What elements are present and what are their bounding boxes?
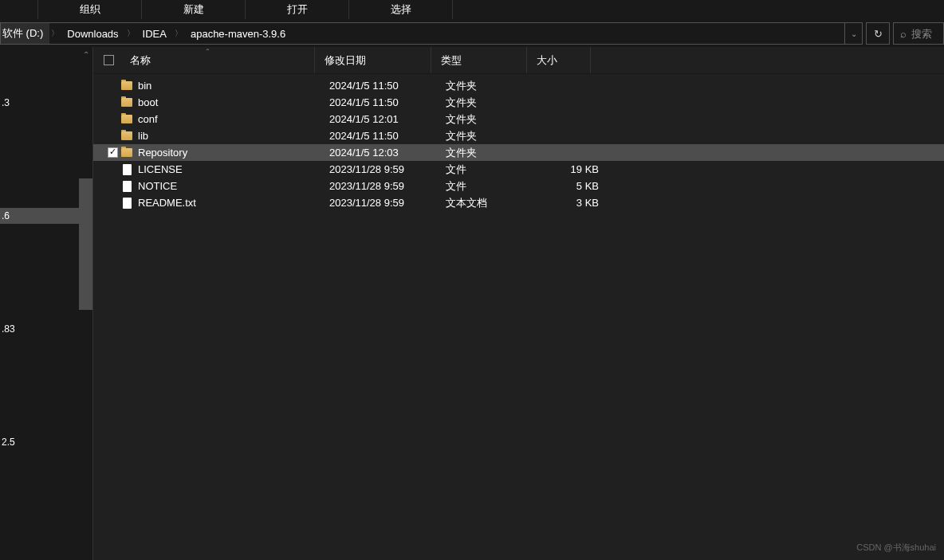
file-type: 文件夹: [446, 146, 541, 160]
sort-indicator-icon: ⌃: [205, 48, 210, 55]
file-type: 文件: [446, 179, 541, 194]
file-date: 2024/1/5 11:50: [329, 96, 446, 108]
checkbox-icon: [108, 147, 118, 158]
column-header-type[interactable]: 类型: [431, 47, 527, 73]
sidebar-item-0[interactable]: .3: [0, 95, 92, 111]
file-date: 2024/1/5 12:03: [329, 147, 446, 159]
breadcrumb-dropdown[interactable]: ⌄: [844, 23, 862, 44]
file-row[interactable]: LICENSE2023/11/28 9:59文件19 KB: [93, 161, 944, 178]
file-date: 2023/11/28 9:59: [329, 197, 446, 209]
file-size: 5 KB: [541, 180, 599, 192]
file-row[interactable]: boot2024/1/5 11:50文件夹: [93, 94, 944, 111]
addressbar: 软件 (D:) 〉 Downloads 〉 IDEA 〉 apache-mave…: [0, 20, 944, 47]
main-panel: ⌃ 名称 修改日期 类型 大小 bin2024/1/5 11:50文件夹boot…: [93, 47, 944, 560]
column-header-name[interactable]: 名称: [120, 47, 315, 73]
folder-icon: [120, 113, 133, 126]
file-date: 2023/11/28 9:59: [329, 163, 446, 175]
file-icon: [120, 197, 133, 210]
file-row[interactable]: README.txt2023/11/28 9:59文本文档3 KB: [93, 194, 944, 211]
search-icon: ⌕: [900, 28, 907, 40]
file-date: 2024/1/5 12:01: [329, 113, 446, 125]
folder-icon: [120, 130, 133, 143]
row-checkbox[interactable]: [108, 147, 120, 158]
file-name: NOTICE: [138, 180, 329, 192]
file-name: README.txt: [138, 197, 329, 209]
file-icon: [120, 163, 133, 176]
file-type: 文件夹: [446, 112, 541, 127]
file-row[interactable]: Repository2024/1/5 12:03文件夹: [93, 144, 944, 161]
file-row[interactable]: lib2024/1/5 11:50文件夹: [93, 127, 944, 144]
search-box[interactable]: ⌕: [893, 22, 944, 45]
chevron-right-icon: 〉: [173, 28, 184, 39]
toolbar-new[interactable]: 新建: [142, 0, 246, 19]
breadcrumb-idea[interactable]: IDEA: [136, 23, 173, 44]
folder-icon: [120, 80, 133, 92]
file-name: LICENSE: [138, 163, 329, 175]
file-name: Repository: [138, 147, 329, 159]
breadcrumb-maven[interactable]: apache-maven-3.9.6: [184, 23, 292, 44]
sidebar-scrollbar[interactable]: [79, 178, 92, 310]
sidebar-item-3[interactable]: 2.5: [0, 434, 92, 450]
file-type: 文本文档: [446, 196, 541, 210]
file-icon: [120, 180, 133, 193]
folder-icon: [120, 147, 133, 159]
toolbar-organize[interactable]: 组织: [38, 0, 142, 19]
toolbar-select[interactable]: 选择: [349, 0, 453, 19]
sidebar: ⌃ .3 .6 .83 2.5: [0, 47, 93, 560]
column-header-date[interactable]: 修改日期: [315, 47, 431, 73]
refresh-button[interactable]: ↻: [866, 22, 890, 45]
chevron-right-icon: 〉: [125, 28, 136, 39]
toolbar: 组织 新建 打开 选择: [0, 0, 944, 20]
content-area: ⌃ .3 .6 .83 2.5 ⌃ 名称 修改日期 类型 大小 bin2024/…: [0, 47, 944, 560]
file-size: 19 KB: [541, 163, 599, 175]
file-name: boot: [138, 96, 329, 108]
checkbox-icon: [104, 55, 114, 65]
file-type: 文件夹: [446, 79, 541, 93]
chevron-up-icon[interactable]: ⌃: [83, 50, 89, 59]
breadcrumb-downloads[interactable]: Downloads: [61, 23, 124, 44]
file-name: bin: [138, 80, 329, 92]
columns-header: ⌃ 名称 修改日期 类型 大小: [93, 47, 944, 74]
breadcrumb-drive[interactable]: 软件 (D:): [1, 23, 49, 44]
refresh-icon: ↻: [874, 28, 883, 40]
file-name: lib: [138, 130, 329, 142]
chevron-right-icon: 〉: [49, 28, 61, 39]
file-date: 2024/1/5 11:50: [329, 130, 446, 142]
file-row[interactable]: NOTICE2023/11/28 9:59文件5 KB: [93, 178, 944, 194]
file-name: conf: [138, 113, 329, 125]
select-all-checkbox[interactable]: [93, 55, 120, 65]
file-size: 3 KB: [541, 197, 599, 209]
file-row[interactable]: bin2024/1/5 11:50文件夹: [93, 77, 944, 94]
watermark: CSDN @书海shuhai: [856, 542, 936, 554]
file-type: 文件夹: [446, 129, 541, 143]
file-date: 2024/1/5 11:50: [329, 80, 446, 92]
search-input[interactable]: [911, 28, 935, 40]
column-header-size[interactable]: 大小: [527, 47, 591, 73]
file-date: 2023/11/28 9:59: [329, 180, 446, 192]
folder-icon: [120, 96, 133, 109]
file-list: bin2024/1/5 11:50文件夹boot2024/1/5 11:50文件…: [93, 74, 944, 211]
file-type: 文件夹: [446, 96, 541, 110]
toolbar-spacer: [0, 0, 38, 19]
toolbar-open[interactable]: 打开: [246, 0, 349, 19]
file-row[interactable]: conf2024/1/5 12:01文件夹: [93, 111, 944, 127]
sidebar-item-2[interactable]: .83: [0, 321, 92, 337]
breadcrumb[interactable]: 软件 (D:) 〉 Downloads 〉 IDEA 〉 apache-mave…: [0, 22, 863, 45]
file-type: 文件: [446, 163, 541, 177]
